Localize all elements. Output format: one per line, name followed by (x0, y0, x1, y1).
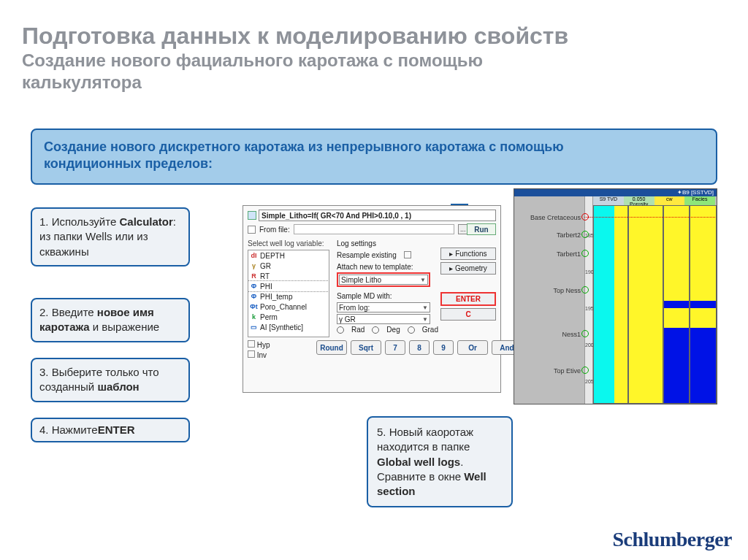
log-type-icon: Φ (250, 283, 258, 291)
tree-item-depth[interactable]: dIDEPTH (248, 250, 329, 261)
track-column-3 (663, 205, 690, 404)
resample-label: Resample existing (337, 251, 397, 259)
top-label: Base Cretaceous (530, 214, 581, 221)
template-select[interactable]: Simple Litho (341, 276, 381, 284)
grad-label: Grad (422, 326, 438, 334)
top-label: Tarbert2 (557, 231, 581, 239)
log-type-icon: γ (250, 262, 258, 270)
key-sqrt[interactable]: Sqrt (351, 340, 381, 355)
instruction-line1: Создание нового дискретного каротажа из … (44, 139, 564, 154)
step-1-pre: 1. Используйте (39, 215, 119, 228)
tree-item-label: Poro_Channel (260, 303, 307, 311)
step-2-box: 2. Введите новое имя каротажа и выражени… (31, 298, 190, 342)
dropdown-icon[interactable]: ▼ (422, 304, 428, 311)
step-2-pre: 2. Введите (39, 306, 97, 318)
dropdown-icon[interactable]: ▼ (422, 316, 428, 323)
depth-tick: 2000 (585, 342, 592, 348)
log-type-icon: ▭ (250, 323, 258, 331)
track-column-4 (690, 205, 717, 404)
formula-input[interactable]: Simple_Litho=If( GR<70 And PHI>0.10,0 , … (259, 210, 496, 221)
track-header-a: S9 TVD (593, 196, 624, 205)
deg-label: Deg (386, 326, 400, 334)
key-8[interactable]: 8 (409, 340, 430, 355)
instruction-line2: кондиционных пределов: (44, 156, 213, 171)
step-3-bold: шаблон (97, 380, 139, 393)
run-button[interactable]: Run (467, 223, 496, 235)
top-marker-icon (581, 213, 589, 220)
dropdown-icon[interactable]: ▼ (420, 277, 426, 283)
step-5-bold1: Global well logs (377, 456, 460, 468)
tree-item-label: PHI_temp (260, 293, 292, 301)
tree-item-gr[interactable]: γGR (248, 261, 329, 271)
right-button-column: ▸ Functions ▸ Geometry ENTER C (440, 248, 496, 321)
step-4-pre: 4. Нажмите (39, 423, 98, 437)
depth-tick: 1950 (585, 306, 592, 311)
depth-tick: 1900 (585, 269, 592, 275)
resample-checkbox[interactable] (404, 251, 411, 258)
formula-mode-icon[interactable] (248, 211, 256, 220)
top-marker-icon (581, 231, 589, 238)
well-log-tree[interactable]: dIDEPTHγGRRRTΦPHIΦPHI_tempΦtPoro_Channel… (248, 250, 329, 337)
tree-item-label: RT (260, 272, 270, 280)
step-1-bold: Calculator (119, 215, 172, 228)
schlumberger-logo: Schlumberger (612, 528, 732, 551)
log-type-icon: dI (250, 252, 258, 260)
deg-radio[interactable] (372, 326, 379, 334)
tree-item-phi[interactable]: ΦPHI (248, 281, 329, 291)
key-or[interactable]: Or (457, 340, 488, 355)
calculator-window: Simple_Litho=If( GR<70 And PHI>0.10,0 , … (243, 205, 501, 393)
from-log-select[interactable]: From log: (339, 304, 370, 312)
log-settings-header: Log settings (337, 239, 430, 248)
clear-button[interactable]: C (440, 308, 496, 321)
geometry-button[interactable]: ▸ Geometry (440, 262, 496, 275)
attach-label: Attach new to template: (337, 261, 430, 272)
top-label: Ness1 (562, 331, 581, 338)
top-label: Tarbert1 (557, 250, 581, 258)
well-section-panel: ✦B9 [SSTVD] S9 TVD 0.050 Porosity 0.500 … (514, 188, 717, 404)
page-subtitle-1: Создание нового фациального каротажа с п… (22, 50, 726, 71)
tree-item-perm[interactable]: kPerm (248, 312, 329, 322)
enter-button[interactable]: ENTER (440, 292, 496, 306)
tree-item-rt[interactable]: RRT (248, 271, 329, 281)
track-header-b: 0.050 Porosity 0.500 (624, 196, 654, 205)
log-type-icon: Φt (250, 303, 258, 311)
well-section-header: ✦B9 [SSTVD] (514, 189, 717, 196)
step-4-bold: ENTER (98, 423, 135, 437)
track-header-d: Facies (684, 196, 715, 205)
rad-radio[interactable] (337, 326, 344, 334)
grad-radio[interactable] (408, 326, 415, 334)
step-4-box: 4. Нажмите ENTER (31, 418, 190, 442)
tree-item-label: Perm (260, 313, 278, 321)
sample-md-label: Sample MD with: (337, 290, 430, 302)
step-5-pre: 5. Новый каоротаж находится в папке (377, 426, 473, 453)
track-header-c: cw (654, 196, 685, 205)
page-subtitle-2: калькулятора (22, 72, 726, 93)
from-file-path-input[interactable] (294, 224, 454, 234)
log-type-icon: Φ (250, 293, 258, 301)
hyp-label: Hyp (257, 341, 270, 349)
step-5-box: 5. Новый каоротаж находится в папке Glob… (367, 416, 513, 507)
tree-item-phi_temp[interactable]: ΦPHI_temp (248, 291, 329, 302)
tree-item-label: PHI (260, 283, 272, 291)
step-2-post: и выражение (90, 321, 160, 333)
page-main-title: Подготовка данных к моделированию свойст… (22, 23, 726, 49)
select-variable-label: Select well log variable: (248, 239, 324, 248)
tree-item-ai [synthetic][interactable]: ▭AI [Synthetic] (248, 322, 329, 332)
log-type-icon: k (250, 313, 258, 321)
functions-button[interactable]: ▸ Functions (440, 248, 496, 260)
track-column-2 (628, 205, 663, 404)
key-7[interactable]: 7 (385, 340, 405, 355)
from-file-checkbox[interactable] (248, 226, 256, 234)
gr-select[interactable]: γ GR (339, 315, 356, 323)
tree-item-label: DEPTH (260, 252, 285, 260)
tree-item-poro_channel[interactable]: ΦtPoro_Channel (248, 302, 329, 312)
top-label: Top Etive (554, 367, 581, 375)
tree-item-label: AI [Synthetic] (260, 323, 303, 331)
key-9[interactable]: 9 (433, 340, 454, 355)
instruction-panel: Создание нового дискретного каротажа из … (31, 129, 717, 185)
top-marker-icon (581, 367, 589, 374)
log-settings-group: Log settings Resample existing Attach ne… (337, 239, 430, 325)
key-round[interactable]: Round (316, 340, 347, 355)
step-1-box: 1. Используйте Calculator: из папки Well… (31, 207, 190, 266)
top-marker-icon (581, 330, 589, 337)
